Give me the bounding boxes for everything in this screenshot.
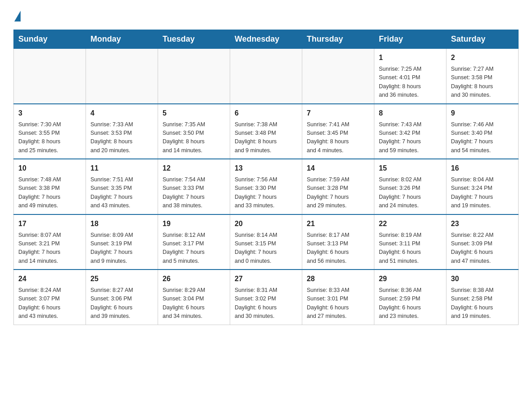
table-row: 13Sunrise: 7:56 AMSunset: 3:30 PMDayligh… xyxy=(230,159,302,214)
day-number: 30 xyxy=(451,274,514,284)
day-number: 1 xyxy=(379,52,442,63)
table-row: 1Sunrise: 7:25 AMSunset: 4:01 PMDaylight… xyxy=(374,49,446,104)
calendar-week-row: 3Sunrise: 7:30 AMSunset: 3:55 PMDaylight… xyxy=(14,104,519,159)
day-number: 16 xyxy=(451,163,514,174)
day-number: 3 xyxy=(18,108,81,119)
table-row xyxy=(230,49,302,104)
table-row: 12Sunrise: 7:54 AMSunset: 3:33 PMDayligh… xyxy=(158,159,230,214)
day-number: 25 xyxy=(90,274,153,284)
table-row: 16Sunrise: 8:04 AMSunset: 3:24 PMDayligh… xyxy=(446,159,519,214)
logo-triangle-icon xyxy=(14,11,21,21)
calendar-week-row: 17Sunrise: 8:07 AMSunset: 3:21 PMDayligh… xyxy=(14,214,519,270)
calendar-week-row: 1Sunrise: 7:25 AMSunset: 4:01 PMDaylight… xyxy=(14,49,519,104)
day-number: 7 xyxy=(307,108,369,119)
day-info: Sunrise: 8:24 AMSunset: 3:07 PMDaylight:… xyxy=(18,286,81,321)
day-number: 10 xyxy=(18,163,81,174)
col-monday: Monday xyxy=(86,30,158,49)
day-number: 11 xyxy=(90,163,153,174)
col-tuesday: Tuesday xyxy=(158,30,230,49)
day-info: Sunrise: 8:14 AMSunset: 3:15 PMDaylight:… xyxy=(235,231,297,266)
day-info: Sunrise: 8:36 AMSunset: 2:59 PMDaylight:… xyxy=(379,286,442,321)
day-number: 27 xyxy=(235,274,297,284)
logo xyxy=(13,9,21,21)
table-row: 18Sunrise: 8:09 AMSunset: 3:19 PMDayligh… xyxy=(86,214,158,270)
calendar-table: Sunday Monday Tuesday Wednesday Thursday… xyxy=(13,30,519,325)
day-number: 2 xyxy=(451,52,514,63)
table-row: 29Sunrise: 8:36 AMSunset: 2:59 PMDayligh… xyxy=(374,270,446,325)
col-thursday: Thursday xyxy=(302,30,374,49)
table-row: 10Sunrise: 7:48 AMSunset: 3:38 PMDayligh… xyxy=(14,159,86,214)
table-row: 9Sunrise: 7:46 AMSunset: 3:40 PMDaylight… xyxy=(446,104,519,159)
day-info: Sunrise: 7:35 AMSunset: 3:50 PMDaylight:… xyxy=(163,120,225,155)
day-number: 5 xyxy=(163,108,225,119)
calendar-header-row: Sunday Monday Tuesday Wednesday Thursday… xyxy=(14,30,519,49)
day-number: 29 xyxy=(379,274,442,284)
table-row: 8Sunrise: 7:43 AMSunset: 3:42 PMDaylight… xyxy=(374,104,446,159)
day-info: Sunrise: 8:12 AMSunset: 3:17 PMDaylight:… xyxy=(163,231,225,266)
day-info: Sunrise: 7:41 AMSunset: 3:45 PMDaylight:… xyxy=(307,120,369,155)
day-info: Sunrise: 7:25 AMSunset: 4:01 PMDaylight:… xyxy=(379,65,442,100)
day-info: Sunrise: 8:27 AMSunset: 3:06 PMDaylight:… xyxy=(90,286,153,321)
table-row: 25Sunrise: 8:27 AMSunset: 3:06 PMDayligh… xyxy=(86,270,158,325)
table-row: 7Sunrise: 7:41 AMSunset: 3:45 PMDaylight… xyxy=(302,104,374,159)
col-sunday: Sunday xyxy=(14,30,86,49)
day-info: Sunrise: 7:51 AMSunset: 3:35 PMDaylight:… xyxy=(90,176,153,210)
table-row: 27Sunrise: 8:31 AMSunset: 3:02 PMDayligh… xyxy=(230,270,302,325)
table-row: 17Sunrise: 8:07 AMSunset: 3:21 PMDayligh… xyxy=(14,214,86,270)
day-number: 18 xyxy=(90,218,153,229)
table-row: 5Sunrise: 7:35 AMSunset: 3:50 PMDaylight… xyxy=(158,104,230,159)
day-number: 14 xyxy=(307,163,369,174)
day-info: Sunrise: 8:22 AMSunset: 3:09 PMDaylight:… xyxy=(451,231,514,266)
table-row: 14Sunrise: 7:59 AMSunset: 3:28 PMDayligh… xyxy=(302,159,374,214)
col-saturday: Saturday xyxy=(446,30,519,49)
day-info: Sunrise: 8:38 AMSunset: 2:58 PMDaylight:… xyxy=(451,286,514,321)
day-info: Sunrise: 8:29 AMSunset: 3:04 PMDaylight:… xyxy=(163,286,225,321)
day-info: Sunrise: 7:33 AMSunset: 3:53 PMDaylight:… xyxy=(90,120,153,155)
table-row: 3Sunrise: 7:30 AMSunset: 3:55 PMDaylight… xyxy=(14,104,86,159)
day-info: Sunrise: 8:19 AMSunset: 3:11 PMDaylight:… xyxy=(379,231,442,266)
table-row: 22Sunrise: 8:19 AMSunset: 3:11 PMDayligh… xyxy=(374,214,446,270)
table-row: 2Sunrise: 7:27 AMSunset: 3:58 PMDaylight… xyxy=(446,49,519,104)
calendar-week-row: 10Sunrise: 7:48 AMSunset: 3:38 PMDayligh… xyxy=(14,159,519,214)
day-number: 20 xyxy=(235,218,297,229)
day-info: Sunrise: 8:33 AMSunset: 3:01 PMDaylight:… xyxy=(307,286,369,321)
day-info: Sunrise: 7:30 AMSunset: 3:55 PMDaylight:… xyxy=(18,120,81,155)
day-number: 22 xyxy=(379,218,442,229)
table-row: 11Sunrise: 7:51 AMSunset: 3:35 PMDayligh… xyxy=(86,159,158,214)
day-number: 6 xyxy=(235,108,297,119)
table-row xyxy=(14,49,86,104)
col-friday: Friday xyxy=(374,30,446,49)
day-number: 15 xyxy=(379,163,442,174)
table-row: 21Sunrise: 8:17 AMSunset: 3:13 PMDayligh… xyxy=(302,214,374,270)
day-number: 8 xyxy=(379,108,442,119)
day-number: 12 xyxy=(163,163,225,174)
day-number: 9 xyxy=(451,108,514,119)
table-row: 19Sunrise: 8:12 AMSunset: 3:17 PMDayligh… xyxy=(158,214,230,270)
table-row: 4Sunrise: 7:33 AMSunset: 3:53 PMDaylight… xyxy=(86,104,158,159)
page-header xyxy=(13,9,519,21)
day-number: 21 xyxy=(307,218,369,229)
table-row: 20Sunrise: 8:14 AMSunset: 3:15 PMDayligh… xyxy=(230,214,302,270)
day-info: Sunrise: 8:07 AMSunset: 3:21 PMDaylight:… xyxy=(18,231,81,266)
col-wednesday: Wednesday xyxy=(230,30,302,49)
day-info: Sunrise: 8:31 AMSunset: 3:02 PMDaylight:… xyxy=(235,286,297,321)
table-row xyxy=(302,49,374,104)
day-info: Sunrise: 8:09 AMSunset: 3:19 PMDaylight:… xyxy=(90,231,153,266)
day-info: Sunrise: 8:04 AMSunset: 3:24 PMDaylight:… xyxy=(451,176,514,210)
table-row xyxy=(158,49,230,104)
day-info: Sunrise: 8:17 AMSunset: 3:13 PMDaylight:… xyxy=(307,231,369,266)
table-row: 15Sunrise: 8:02 AMSunset: 3:26 PMDayligh… xyxy=(374,159,446,214)
day-info: Sunrise: 7:59 AMSunset: 3:28 PMDaylight:… xyxy=(307,176,369,210)
day-number: 28 xyxy=(307,274,369,284)
day-info: Sunrise: 7:48 AMSunset: 3:38 PMDaylight:… xyxy=(18,176,81,210)
table-row: 28Sunrise: 8:33 AMSunset: 3:01 PMDayligh… xyxy=(302,270,374,325)
day-info: Sunrise: 7:27 AMSunset: 3:58 PMDaylight:… xyxy=(451,65,514,100)
calendar-week-row: 24Sunrise: 8:24 AMSunset: 3:07 PMDayligh… xyxy=(14,270,519,325)
table-row xyxy=(86,49,158,104)
day-info: Sunrise: 7:46 AMSunset: 3:40 PMDaylight:… xyxy=(451,120,514,155)
table-row: 24Sunrise: 8:24 AMSunset: 3:07 PMDayligh… xyxy=(14,270,86,325)
day-number: 23 xyxy=(451,218,514,229)
table-row: 30Sunrise: 8:38 AMSunset: 2:58 PMDayligh… xyxy=(446,270,519,325)
day-info: Sunrise: 7:38 AMSunset: 3:48 PMDaylight:… xyxy=(235,120,297,155)
table-row: 6Sunrise: 7:38 AMSunset: 3:48 PMDaylight… xyxy=(230,104,302,159)
